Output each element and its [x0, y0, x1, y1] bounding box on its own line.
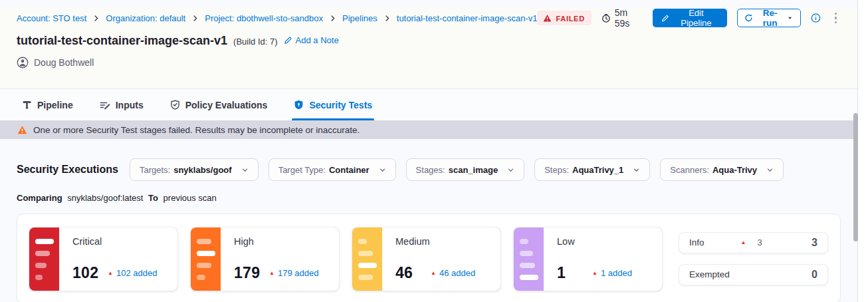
chevron-down-icon: [766, 166, 774, 174]
rerun-icon: [744, 13, 753, 23]
warning-triangle-icon: [543, 14, 552, 23]
delta-text: 46 added: [439, 268, 475, 278]
add-note-label: Add a Note: [296, 35, 339, 45]
medium-severity-card[interactable]: Medium 46 46 added: [352, 227, 500, 291]
execution-tabs: Pipeline Inputs Policy Evaluations Secur…: [0, 89, 857, 120]
rerun-button[interactable]: Re-run: [737, 9, 801, 27]
delta-up-icon: [108, 271, 113, 276]
severity-label: Low: [557, 236, 654, 247]
delta-up-icon: [269, 271, 274, 276]
filter-label: Stages:: [416, 165, 445, 175]
exempted-total: 0: [812, 269, 817, 281]
delta-text: 102 added: [116, 268, 157, 278]
author-row: Doug Bothwell: [17, 57, 841, 69]
filter-label: Steps:: [544, 165, 569, 175]
high-severity-card[interactable]: High 179 179 added: [191, 227, 339, 291]
comparing-baseline: previous scan: [163, 193, 217, 203]
delta-text: 179 added: [278, 268, 318, 278]
shield-check-icon: [170, 100, 180, 110]
breadcrumb-pipeline-link[interactable]: tutorial-test-container-image-scan-v1: [397, 13, 538, 23]
info-delta-value: 3: [757, 237, 762, 247]
tab-label: Security Tests: [309, 100, 372, 110]
info-count-card[interactable]: Info 3 3: [679, 232, 828, 253]
tab-label: Inputs: [116, 100, 144, 110]
steps-filter-dropdown[interactable]: Steps: AquaTrivy_1: [534, 158, 650, 181]
severity-delta: 46 added: [431, 268, 475, 278]
chevron-down-icon: [379, 166, 386, 174]
filter-value: Container: [329, 165, 370, 175]
exempted-count-card[interactable]: Exempted 0: [679, 264, 828, 285]
stages-filter-dropdown[interactable]: Stages: scan_image: [406, 158, 525, 181]
pencil-icon: [661, 14, 669, 23]
exempted-label: Exempted: [689, 269, 730, 279]
delta-up-icon: [431, 271, 436, 276]
secondary-counts-column: Info 3 3 Exempted 0: [679, 227, 828, 289]
critical-severity-icon: [29, 227, 59, 291]
warning-banner: One or more Security Test stages failed.…: [0, 120, 857, 139]
medium-severity-icon: [352, 227, 382, 291]
page-title: tutorial-test-container-image-scan-v1: [17, 34, 227, 48]
breadcrumb-pipelines-link[interactable]: Pipelines: [342, 13, 378, 23]
warning-banner-text: One or more Security Test stages failed.…: [33, 125, 360, 135]
chevron-down-icon: [507, 166, 514, 174]
delta-up-icon: [741, 240, 746, 245]
edit-pipeline-button[interactable]: Edit Pipeline: [653, 9, 727, 27]
breadcrumb-account-link[interactable]: Account: STO test: [17, 13, 86, 23]
info-total: 3: [812, 237, 817, 249]
breadcrumb-org-link[interactable]: Organization: default: [106, 13, 185, 23]
severity-label: Critical: [72, 236, 169, 247]
more-options-menu-icon[interactable]: [831, 10, 841, 27]
filter-label: Scanners:: [670, 165, 709, 175]
breadcrumb-project-link[interactable]: Project: dbothwell-sto-sandbox: [205, 13, 323, 23]
comparing-to-label: To: [148, 193, 158, 203]
avatar-icon: [17, 57, 29, 69]
chevron-down-icon: [241, 166, 249, 174]
info-circle-icon[interactable]: [811, 13, 821, 23]
critical-severity-card[interactable]: Critical 102 102 added: [29, 227, 177, 291]
severity-delta: 179 added: [269, 268, 318, 278]
comparing-line: Comparing snyklabs/goof:latest To previo…: [17, 193, 841, 203]
tab-security-tests[interactable]: Security Tests: [294, 89, 372, 120]
tab-label: Pipeline: [37, 100, 73, 110]
header-actions: FAILED 5m 59s Edit Pipeline Re-run: [537, 7, 841, 29]
severity-label: High: [234, 236, 331, 247]
security-shield-icon: [294, 100, 304, 110]
chevron-right-icon: [191, 15, 199, 22]
severity-label: Medium: [395, 236, 492, 247]
status-badge: FAILED: [537, 11, 591, 25]
execution-header: Account: STO test Organization: default …: [0, 8, 857, 89]
vertical-scrollbar[interactable]: [853, 113, 858, 241]
filter-label: Targets:: [140, 165, 170, 175]
info-delta: 3: [741, 237, 762, 247]
rerun-label: Re-run: [757, 8, 784, 28]
duration: 5m 59s: [601, 7, 643, 29]
tab-inputs[interactable]: Inputs: [100, 89, 144, 120]
issue-summary-card: Critical 102 102 added High 179: [17, 214, 841, 302]
chevron-down-icon: [633, 166, 640, 174]
breadcrumb-links: Account: STO test Organization: default …: [17, 13, 537, 23]
tab-policy-evaluations[interactable]: Policy Evaluations: [170, 89, 268, 120]
scanners-filter-dropdown[interactable]: Scanners: Aqua-Trivy: [660, 158, 784, 181]
delta-text: 1 added: [601, 268, 632, 278]
security-executions-row: Security Executions Targets: snyklabs/go…: [17, 158, 841, 181]
target-type-filter-dropdown[interactable]: Target Type: Container: [269, 158, 396, 181]
duration-text: 5m 59s: [615, 7, 643, 29]
filter-value: snyklabs/goof: [173, 165, 231, 175]
tab-pipeline[interactable]: Pipeline: [22, 89, 73, 120]
caret-down-icon: [787, 15, 793, 21]
chevron-right-icon: [92, 15, 100, 22]
security-tests-panel: Security Executions Targets: snyklabs/go…: [0, 158, 857, 302]
targets-filter-dropdown[interactable]: Targets: snyklabs/goof: [130, 158, 259, 181]
comparing-prefix: Comparing: [17, 193, 62, 203]
app-window: Account: STO test Organization: default …: [0, 0, 858, 302]
low-severity-card[interactable]: Low 1 1 added: [514, 227, 662, 291]
filter-label: Target Type:: [278, 165, 326, 175]
filter-value: Aqua-Trivy: [712, 165, 757, 175]
chevron-right-icon: [383, 15, 391, 22]
title-row: tutorial-test-container-image-scan-v1 (B…: [17, 34, 841, 48]
add-note-link[interactable]: Add a Note: [284, 35, 339, 45]
severity-count: 102: [72, 264, 108, 282]
clock-icon: [601, 13, 611, 23]
warning-triangle-icon: [17, 125, 27, 135]
severity-count: 1: [557, 264, 592, 282]
